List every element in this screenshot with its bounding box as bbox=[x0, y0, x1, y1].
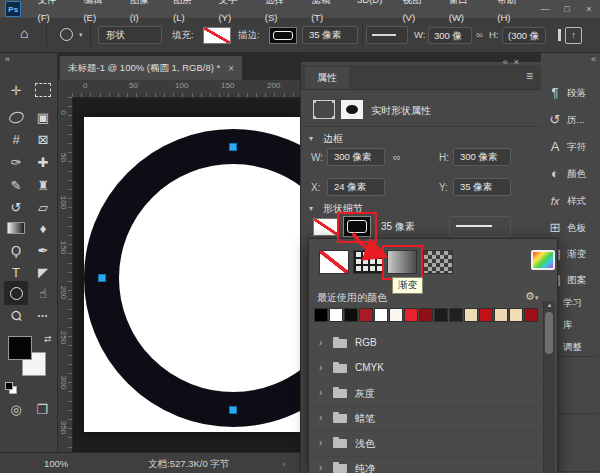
scrollbar[interactable]: ▴ bbox=[543, 301, 555, 473]
share-icon[interactable]: ↑ bbox=[565, 27, 582, 44]
panel-button-paragraph[interactable]: ¶段落 bbox=[541, 82, 600, 106]
scrollbar-thumb[interactable] bbox=[545, 312, 553, 354]
solid-color-button[interactable] bbox=[353, 250, 383, 274]
color-swatch-5[interactable] bbox=[389, 308, 403, 322]
close-button[interactable]: × bbox=[578, 0, 600, 18]
crop-tool[interactable]: # bbox=[4, 127, 28, 151]
color-group-浅色[interactable]: ›浅色 bbox=[309, 431, 541, 457]
width-field[interactable]: 300 像素 bbox=[327, 148, 385, 166]
color-swatch-10[interactable] bbox=[464, 308, 478, 322]
link-icon[interactable]: ∞ bbox=[393, 151, 401, 163]
eyedropper-tool[interactable]: ✑ bbox=[4, 150, 28, 174]
zoom-level-field[interactable]: 100% bbox=[44, 458, 68, 469]
chevron-right-icon[interactable]: › bbox=[319, 387, 322, 398]
color-swatch-8[interactable] bbox=[434, 308, 448, 322]
clone-stamp-tool[interactable]: ♜ bbox=[31, 173, 55, 197]
color-swatch-4[interactable] bbox=[374, 308, 388, 322]
scroll-up-icon[interactable]: ▴ bbox=[544, 301, 555, 309]
link-dimensions-icon[interactable]: ∞ bbox=[476, 29, 483, 40]
panel-button-styles[interactable]: fx样式 bbox=[541, 190, 600, 214]
color-swatch-12[interactable] bbox=[494, 308, 508, 322]
menu-item-2[interactable]: 图像(I) bbox=[120, 0, 163, 27]
quick-mask-icon[interactable]: ◎ bbox=[4, 400, 28, 420]
no-color-button[interactable] bbox=[319, 250, 349, 274]
stroke-style-select[interactable] bbox=[449, 216, 511, 237]
color-swatch-11[interactable] bbox=[479, 308, 493, 322]
home-icon[interactable]: ⌂ bbox=[20, 25, 28, 41]
anchor-handle-bottom[interactable] bbox=[229, 406, 237, 414]
chevron-down-icon[interactable]: ▾ bbox=[309, 134, 313, 143]
menu-item-0[interactable]: 文件(F) bbox=[27, 0, 73, 27]
stroke-swatch[interactable] bbox=[269, 27, 297, 44]
anchor-handle-top[interactable] bbox=[229, 143, 237, 151]
menu-item-1[interactable]: 编辑(E) bbox=[73, 0, 119, 27]
menu-item-9[interactable]: 窗口(W) bbox=[439, 0, 488, 27]
status-expand-icon[interactable]: › bbox=[282, 458, 285, 469]
more-tools[interactable]: ••• bbox=[31, 303, 55, 327]
color-swatch-0[interactable] bbox=[314, 308, 328, 322]
healing-brush-tool[interactable]: ✚ bbox=[31, 150, 55, 174]
shape-height-field[interactable]: (300 像 bbox=[502, 27, 546, 44]
panel-button-character[interactable]: A字符 bbox=[541, 136, 600, 160]
default-colors-icon[interactable] bbox=[5, 382, 15, 392]
menu-item-4[interactable]: 文字(Y) bbox=[208, 0, 254, 27]
rectangular-marquee-tool[interactable] bbox=[31, 78, 55, 102]
color-swatch-6[interactable] bbox=[404, 308, 418, 322]
shape-width-field[interactable]: 300 像 bbox=[428, 27, 472, 44]
color-group-蜡笔[interactable]: ›蜡笔 bbox=[309, 406, 541, 432]
fill-swatch[interactable] bbox=[203, 27, 231, 44]
color-swatch-13[interactable] bbox=[509, 308, 523, 322]
menu-item-3[interactable]: 图层(L) bbox=[163, 0, 208, 27]
color-swatch-7[interactable] bbox=[419, 308, 433, 322]
stroke-width-select[interactable]: 35 像素 bbox=[302, 26, 358, 44]
maximize-button[interactable]: □ bbox=[556, 0, 578, 18]
zoom-tool[interactable]: Ϙ bbox=[4, 303, 28, 327]
color-group-CMYK[interactable]: ›CMYK bbox=[309, 356, 541, 382]
color-group-RGB[interactable]: ›RGB bbox=[309, 331, 541, 357]
frame-tool[interactable]: ⊠ bbox=[31, 127, 55, 151]
anchor-handle-left[interactable] bbox=[98, 274, 106, 282]
color-swatch-9[interactable] bbox=[449, 308, 463, 322]
collapse-toolbar-icon[interactable]: « bbox=[5, 54, 10, 64]
menu-item-6[interactable]: 滤镜(T) bbox=[301, 0, 347, 27]
gradient-tool[interactable] bbox=[4, 216, 28, 240]
chevron-right-icon[interactable]: › bbox=[319, 437, 322, 448]
screen-mode-icon[interactable]: ❐ bbox=[30, 400, 54, 420]
color-group-纯净[interactable]: ›纯净 bbox=[309, 456, 541, 473]
tool-preset-caret-icon[interactable]: ▾ bbox=[79, 31, 83, 39]
menu-item-5[interactable]: 选择(S) bbox=[255, 0, 301, 27]
move-tool[interactable]: ✛ bbox=[4, 78, 28, 102]
color-swatch-3[interactable] bbox=[359, 308, 373, 322]
tab-close-icon[interactable]: × bbox=[228, 63, 234, 74]
height-field[interactable]: 300 像素 bbox=[453, 148, 511, 166]
color-swatch-14[interactable] bbox=[524, 308, 538, 322]
pen-tool[interactable]: ✒ bbox=[31, 238, 55, 262]
pattern-button[interactable] bbox=[423, 250, 453, 274]
canvas-area[interactable]: 050100150200 050100150200250300350 bbox=[57, 80, 300, 452]
y-field[interactable]: 35 像素 bbox=[453, 178, 511, 196]
panel-button-color[interactable]: ◐颜色 bbox=[541, 163, 600, 187]
align-icon[interactable] bbox=[558, 29, 561, 41]
gear-icon[interactable]: ⚙▾ bbox=[525, 290, 538, 303]
blur-tool[interactable]: ♦ bbox=[31, 216, 55, 240]
color-group-灰度[interactable]: ›灰度 bbox=[309, 381, 541, 407]
fill-type-swatch[interactable] bbox=[313, 218, 339, 236]
color-picker-button[interactable] bbox=[531, 250, 555, 270]
menu-item-10[interactable]: 帮助(H) bbox=[487, 0, 534, 27]
chevron-right-icon[interactable]: › bbox=[319, 462, 322, 473]
menu-item-7[interactable]: 3D(D) bbox=[347, 0, 392, 27]
brush-tool[interactable]: ✎ bbox=[4, 173, 28, 197]
x-field[interactable]: 24 像素 bbox=[327, 178, 385, 196]
hand-tool[interactable]: ☝ bbox=[31, 281, 55, 305]
minimize-button[interactable]: — bbox=[534, 0, 556, 18]
shape-mode-select[interactable]: 形状 bbox=[98, 26, 162, 44]
foreground-color-swatch[interactable] bbox=[8, 336, 32, 360]
swap-colors-icon[interactable]: ⇄ bbox=[44, 334, 52, 344]
panel-button-history[interactable]: ↺历... bbox=[541, 109, 600, 133]
document-tab[interactable]: 未标题-1 @ 100% (椭圆 1, RGB/8) * × bbox=[60, 56, 242, 80]
dodge-tool[interactable]: Ϙ bbox=[4, 238, 28, 262]
chevron-right-icon[interactable]: › bbox=[319, 337, 322, 348]
collapse-dock-icon[interactable]: « bbox=[591, 54, 596, 64]
color-swatch-2[interactable] bbox=[344, 308, 358, 322]
tab-properties[interactable]: 属性 bbox=[305, 67, 349, 89]
